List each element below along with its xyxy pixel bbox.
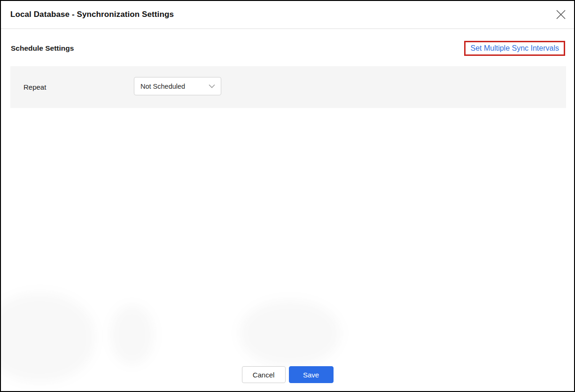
schedule-settings-heading: Schedule Settings — [11, 44, 74, 53]
cancel-button[interactable]: Cancel — [242, 366, 286, 383]
save-button[interactable]: Save — [289, 366, 334, 383]
repeat-label: Repeat — [23, 83, 46, 91]
faint-blob-artifact — [110, 305, 154, 364]
repeat-dropdown[interactable]: Not Scheduled — [134, 77, 221, 95]
dialog-footer: Cancel Save — [1, 366, 574, 383]
faint-blob-artifact — [240, 300, 340, 366]
set-multiple-sync-intervals-link[interactable]: Set Multiple Sync Intervals — [470, 44, 559, 52]
chevron-down-icon — [209, 84, 215, 88]
repeat-dropdown-value: Not Scheduled — [140, 83, 209, 90]
sync-settings-dialog: Local Database - Synchronization Setting… — [0, 0, 575, 392]
close-button[interactable] — [554, 8, 568, 22]
dialog-header: Local Database - Synchronization Setting… — [1, 1, 574, 29]
dialog-title: Local Database - Synchronization Setting… — [10, 10, 174, 19]
close-icon — [556, 9, 566, 20]
schedule-settings-row: Schedule Settings Set Multiple Sync Inte… — [11, 39, 565, 57]
red-highlight-box: Set Multiple Sync Intervals — [464, 41, 565, 56]
repeat-panel: Repeat Not Scheduled — [10, 66, 566, 108]
